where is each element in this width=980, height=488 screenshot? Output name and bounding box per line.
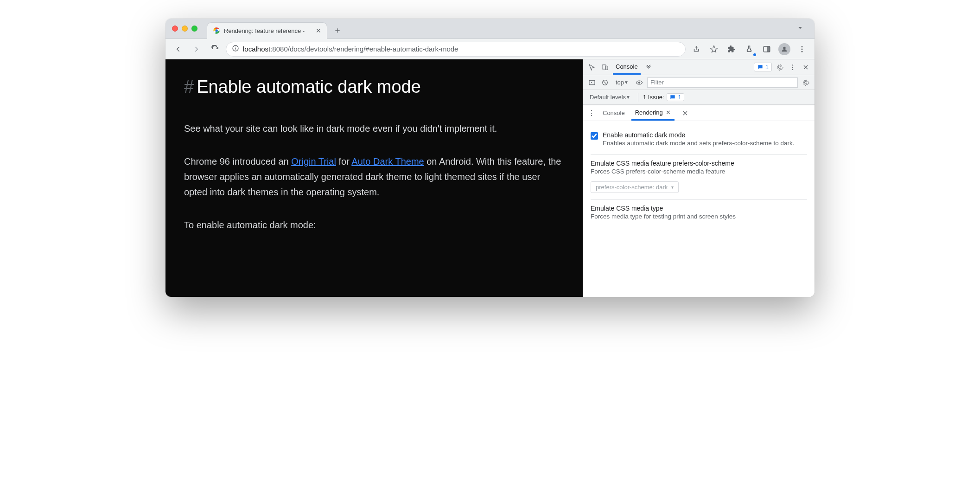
more-tabs-button[interactable]: [643, 64, 654, 71]
enable-dark-mode-checkbox[interactable]: [591, 132, 598, 140]
browser-window: Rendering: feature reference - ✕ ＋ local…: [165, 19, 815, 297]
bookmark-button[interactable]: [706, 41, 722, 57]
site-info-icon[interactable]: [232, 45, 239, 53]
svg-point-10: [802, 51, 803, 52]
clear-console-button[interactable]: [600, 79, 610, 86]
address-bar[interactable]: localhost:8080/docs/devtools/rendering/#…: [226, 42, 686, 57]
svg-point-7: [783, 46, 785, 49]
context-selector[interactable]: top ▼: [613, 75, 631, 90]
svg-point-14: [792, 66, 793, 67]
svg-point-18: [638, 81, 641, 83]
devtools-tabbar: Console 1: [583, 59, 815, 75]
setting-title: Emulate CSS media type: [591, 205, 807, 212]
console-filter-input[interactable]: Filter: [647, 77, 798, 88]
setting-emulate-color-scheme: Emulate CSS media feature prefers-color-…: [591, 155, 807, 199]
anchor-hash[interactable]: #: [184, 77, 194, 96]
issues-badge[interactable]: 1: [754, 63, 772, 71]
console-sidebar-toggle[interactable]: [587, 79, 597, 86]
browser-tab[interactable]: Rendering: feature reference - ✕: [207, 22, 327, 39]
svg-point-8: [802, 46, 803, 47]
svg-point-15: [792, 69, 793, 70]
url-text: localhost:8080/docs/devtools/rendering/#…: [243, 45, 458, 53]
window-minimize-button[interactable]: [182, 26, 188, 32]
drawer-close-button[interactable]: [680, 109, 690, 117]
drawer-menu-button[interactable]: ⋮: [587, 109, 596, 117]
setting-desc: Forces CSS prefers-color-scheme media fe…: [591, 167, 807, 176]
context-label: top: [616, 79, 624, 86]
drawer-tab-close-button[interactable]: ✕: [666, 109, 671, 116]
page-heading: #Enable automatic dark mode: [184, 72, 564, 102]
labs-button[interactable]: [741, 41, 757, 57]
issues-count: 1: [765, 64, 769, 71]
prefers-color-scheme-select[interactable]: prefers-color-scheme: dark ▾: [591, 181, 679, 193]
svg-rect-4: [235, 47, 235, 47]
new-tab-button[interactable]: ＋: [331, 24, 344, 37]
page-paragraph-1: See what your site can look like in dark…: [184, 121, 564, 136]
tab-close-button[interactable]: ✕: [316, 27, 321, 34]
drawer-tabbar: ⋮ Console Rendering ✕: [583, 105, 815, 121]
devtools-settings-button[interactable]: [775, 64, 785, 71]
issues-inline-count: 1: [678, 94, 681, 101]
select-value: prefers-color-scheme: dark: [596, 184, 668, 191]
setting-enable-dark-mode: Enable automatic dark mode Enables autom…: [591, 127, 807, 155]
tabs-dropdown-button[interactable]: [796, 24, 809, 34]
content-area: #Enable automatic dark mode See what you…: [165, 59, 815, 297]
window-zoom-button[interactable]: [191, 26, 197, 32]
rendering-panel: Enable automatic dark mode Enables autom…: [583, 121, 815, 233]
text-fragment: Chrome 96 introduced an: [184, 156, 291, 167]
setting-title: Emulate CSS media feature prefers-color-…: [591, 160, 807, 167]
message-icon: [669, 94, 676, 101]
devtools-tab-console[interactable]: Console: [613, 59, 641, 75]
drawer-tab-rendering-label: Rendering: [635, 109, 663, 116]
issues-inline-badge: 1: [667, 93, 684, 101]
side-panel-button[interactable]: [759, 41, 775, 57]
setting-title: Enable automatic dark mode: [603, 131, 794, 139]
live-expression-button[interactable]: [634, 79, 644, 86]
page-body: #Enable automatic dark mode See what you…: [165, 59, 583, 297]
share-button[interactable]: [688, 41, 704, 57]
chrome-menu-button[interactable]: [794, 41, 810, 57]
chevron-down-icon: ▾: [671, 185, 674, 190]
window-controls: [172, 26, 197, 32]
devtools-drawer: ⋮ Console Rendering ✕ Enable automatic d…: [583, 105, 815, 297]
devtools-menu-button[interactable]: [788, 64, 798, 71]
text-fragment: for: [336, 156, 351, 167]
extensions-button[interactable]: [724, 41, 739, 57]
levels-label: Default levels: [590, 94, 626, 101]
inspect-element-button[interactable]: [587, 64, 597, 71]
setting-desc: Forces media type for testing print and …: [591, 212, 807, 221]
back-button[interactable]: [170, 41, 186, 57]
tab-strip: Rendering: feature reference - ✕ ＋: [165, 19, 815, 39]
chrome-favicon: [213, 27, 220, 34]
setting-emulate-media-type: Emulate CSS media type Forces media type…: [591, 200, 807, 228]
console-settings-button[interactable]: [801, 79, 811, 86]
reload-button[interactable]: [207, 41, 223, 57]
console-toolbar: top ▼ Filter: [583, 75, 815, 90]
origin-trial-link[interactable]: Origin Trial: [291, 156, 336, 167]
nav-toolbar: localhost:8080/docs/devtools/rendering/#…: [165, 39, 815, 59]
devtools-panel: Console 1 top ▼ Filter: [583, 59, 815, 297]
tab-title: Rendering: feature reference -: [224, 27, 312, 34]
page-paragraph-2: Chrome 96 introduced an Origin Trial for…: [184, 154, 564, 200]
svg-point-13: [792, 64, 793, 65]
page-title: Enable automatic dark mode: [197, 77, 421, 96]
issues-text: 1 Issue:: [643, 94, 664, 101]
page-paragraph-3: To enable automatic dark mode:: [184, 218, 564, 233]
log-levels-dropdown[interactable]: Default levels ▼: [587, 90, 633, 104]
svg-rect-6: [767, 46, 770, 52]
profile-button[interactable]: [776, 41, 792, 57]
window-close-button[interactable]: [172, 26, 178, 32]
device-toolbar-button[interactable]: [600, 64, 610, 71]
forward-button[interactable]: [189, 41, 204, 57]
drawer-tab-rendering[interactable]: Rendering ✕: [631, 105, 675, 121]
issues-link[interactable]: 1 Issue: 1: [643, 93, 684, 101]
url-port: :8080: [270, 45, 288, 53]
auto-dark-theme-link[interactable]: Auto Dark Theme: [351, 156, 424, 167]
avatar-icon: [778, 43, 790, 55]
svg-rect-3: [235, 48, 235, 50]
devtools-close-button[interactable]: [801, 64, 811, 71]
message-icon: [757, 64, 764, 71]
url-host: localhost: [243, 45, 270, 53]
drawer-tab-console[interactable]: Console: [599, 105, 629, 121]
svg-point-9: [802, 48, 803, 50]
